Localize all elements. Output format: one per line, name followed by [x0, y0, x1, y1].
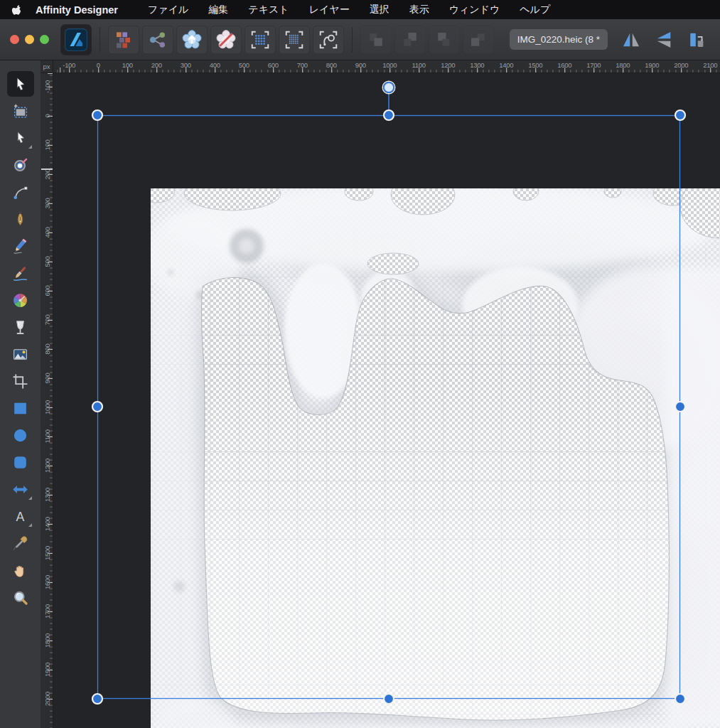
node-connections-button[interactable]	[142, 26, 173, 54]
insert-target-button[interactable]	[176, 26, 208, 54]
tool-rectangle[interactable]	[7, 395, 34, 421]
ruler-cursor-indicator	[41, 73, 53, 728]
marquee-dense-icon	[284, 29, 305, 50]
tool-pen[interactable]	[7, 206, 34, 232]
image-icon	[11, 346, 29, 363]
menu-bar: Affinity Designer ファイル編集テキストレイヤー選択表示ウィンド…	[0, 0, 720, 19]
move-to-back-button[interactable]	[463, 26, 494, 54]
dblarrow-icon	[11, 481, 29, 498]
window-controls	[10, 35, 49, 44]
dropper-icon	[11, 535, 29, 552]
menu-select[interactable]: 選択	[370, 4, 389, 16]
menu-window[interactable]: ウィンドウ	[449, 4, 500, 16]
app-logo-button[interactable]	[60, 24, 92, 55]
node-icon	[11, 129, 29, 147]
arrange-front-icon	[365, 29, 387, 50]
ruler-unit-label: px	[41, 60, 53, 73]
artboard-icon	[11, 102, 29, 120]
tool-pencil[interactable]	[7, 233, 34, 259]
close-button[interactable]	[10, 35, 19, 44]
tool-view-pan[interactable]	[7, 557, 34, 583]
menu-edit[interactable]: 編集	[208, 4, 228, 16]
apple-menu-icon[interactable]	[11, 4, 23, 16]
menu-view[interactable]: 表示	[409, 4, 429, 16]
placed-image-img-0220[interactable]	[151, 188, 720, 728]
zoom-window-button[interactable]	[40, 35, 49, 44]
flower-slash-icon	[215, 29, 237, 50]
rounded-icon	[11, 454, 29, 471]
corner-icon	[11, 183, 29, 201]
move-icon	[11, 75, 29, 93]
tool-node[interactable]	[7, 125, 34, 151]
menu-help[interactable]: ヘルプ	[520, 4, 550, 16]
pencil-icon	[11, 237, 29, 255]
minimize-button[interactable]	[25, 35, 34, 44]
lasso-icon	[318, 29, 339, 50]
transparent-image-content	[151, 188, 720, 728]
pen-icon	[11, 210, 29, 228]
tool-fill-gradient[interactable]	[7, 287, 34, 313]
arrange-forward-icon	[399, 29, 421, 50]
arrange-buttons	[359, 26, 495, 54]
toolbar-divider	[352, 27, 353, 53]
flower-up-icon	[181, 29, 203, 50]
flip-vertical-button[interactable]	[648, 26, 679, 54]
flip-h-icon	[621, 30, 641, 50]
app-menu-title[interactable]: Affinity Designer	[36, 4, 118, 16]
main-toolbar: IMG_0220.heic (8 *	[0, 19, 720, 60]
colorwheel-icon	[11, 291, 29, 309]
discard-target-button[interactable]	[210, 26, 242, 54]
tools-panel	[0, 60, 41, 728]
horizontal-ruler[interactable]: -100010020030040050060070080090010001100…	[41, 60, 720, 73]
menu-file[interactable]: ファイル	[148, 4, 188, 16]
arrange-back-icon	[468, 29, 489, 50]
tool-vector-crop[interactable]	[7, 368, 34, 394]
menu-text[interactable]: テキスト	[248, 4, 289, 16]
rotate-icon	[687, 30, 706, 50]
hand-icon	[11, 562, 29, 579]
snap-pixel-grid-button[interactable]	[279, 26, 310, 54]
affinity-designer-window: Affinity Designer ファイル編集テキストレイヤー選択表示ウィンド…	[0, 0, 720, 728]
swatches-button[interactable]	[108, 26, 139, 54]
tool-ellipse[interactable]	[7, 422, 34, 448]
flip-v-icon	[654, 30, 674, 50]
move-to-front-button[interactable]	[360, 26, 392, 54]
move-backward-button[interactable]	[429, 26, 460, 54]
tool-transparency[interactable]	[7, 314, 34, 340]
marquee-icon	[249, 29, 271, 50]
transform-buttons	[615, 26, 713, 54]
tool-artboard[interactable]	[7, 98, 34, 124]
tool-move[interactable]	[7, 71, 34, 97]
tool-colour-picker[interactable]	[7, 530, 34, 556]
tool-arrow-shape[interactable]	[7, 476, 34, 502]
tool-point-transform[interactable]	[7, 152, 34, 178]
menu-layer[interactable]: レイヤー	[309, 4, 350, 16]
tool-artistic-text[interactable]	[7, 503, 34, 529]
toolbar-buttons	[107, 26, 345, 54]
text-icon	[11, 508, 29, 525]
document-title-tab[interactable]: IMG_0220.heic (8 *	[510, 29, 608, 50]
connections-icon	[147, 29, 168, 50]
menu-items: ファイル編集テキストレイヤー選択表示ウィンドウヘルプ	[138, 4, 560, 16]
tool-vector-brush[interactable]	[7, 260, 34, 286]
tool-place-image[interactable]	[7, 341, 34, 367]
tool-zoom[interactable]	[7, 584, 34, 610]
rect-icon	[11, 400, 29, 417]
tool-rounded-rectangle[interactable]	[7, 449, 34, 475]
canvas-pasteboard[interactable]	[53, 73, 720, 728]
magnifier-icon	[11, 589, 29, 606]
snap-grid-button[interactable]	[245, 26, 276, 54]
toolbar-divider	[100, 27, 100, 53]
rotate-button[interactable]	[681, 26, 712, 54]
flip-horizontal-button[interactable]	[616, 26, 647, 54]
glass-icon	[11, 318, 29, 336]
swatches-icon	[113, 29, 134, 50]
ellipse-icon	[11, 427, 29, 444]
point-transform-icon	[11, 156, 29, 174]
affinity-designer-logo-icon	[64, 28, 88, 52]
crop-icon	[11, 373, 29, 390]
move-forward-button[interactable]	[394, 26, 426, 54]
tool-corner[interactable]	[7, 179, 34, 205]
transform-objects-button[interactable]	[313, 26, 344, 54]
arrange-backward-icon	[434, 29, 455, 50]
